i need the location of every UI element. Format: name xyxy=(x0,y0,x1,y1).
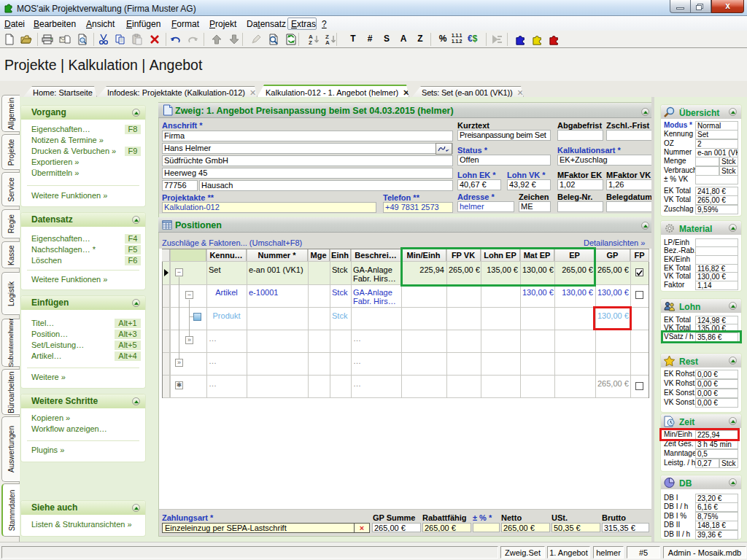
svg-text:Z: Z xyxy=(309,39,312,45)
svg-text:A: A xyxy=(325,39,330,45)
